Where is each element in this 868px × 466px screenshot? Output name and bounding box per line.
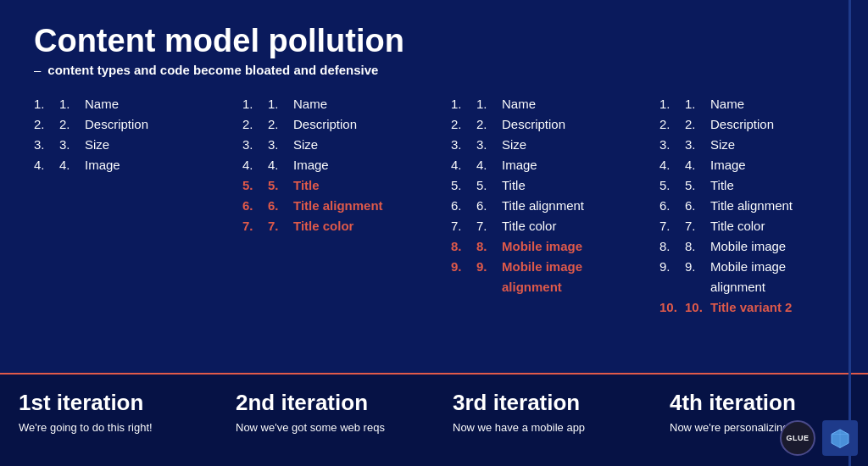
column-col1: 1.Name2.Description3.Size4.Image [17, 94, 225, 318]
list-item: 3.Size [34, 135, 209, 155]
item-number: 1. [685, 94, 704, 114]
column-col4: 1.Name2.Description3.Size4.Image5.Title6… [643, 94, 851, 318]
item-number: 6. [476, 196, 495, 216]
item-text: Name [293, 94, 327, 114]
item-number: 5. [476, 175, 495, 196]
item-text: Title variant 2 [710, 297, 792, 318]
item-number: 9. [685, 257, 704, 277]
item-number: 2. [476, 114, 495, 135]
item-text: Size [85, 135, 109, 155]
list-item: 4.Image [659, 155, 834, 175]
list-item: 1.Name [34, 94, 209, 114]
list-item: 7.Title color [451, 216, 626, 236]
logo-area: GLUE [780, 420, 858, 456]
item-text: Name [710, 94, 744, 114]
item-number: 5. [685, 175, 704, 196]
list-item: 3.Size [451, 135, 626, 155]
list-item: 1.Name [242, 94, 417, 114]
list-item: 1.Name [659, 94, 834, 114]
item-text: Mobile image alignment [502, 257, 626, 297]
list-item: 9.Mobile image alignment [451, 257, 626, 297]
iteration-title: 1st iteration [19, 390, 198, 416]
list-item: 7.Title color [659, 216, 834, 236]
item-text: Image [85, 155, 120, 175]
item-text: Name [85, 94, 119, 114]
item-text: Mobile image [710, 236, 786, 257]
cube-icon [828, 426, 852, 450]
item-text: Size [293, 135, 318, 155]
item-number: 2. [59, 114, 78, 135]
item-number: 4. [268, 155, 287, 175]
list-item: 6.Title alignment [451, 196, 626, 216]
list-item: 5.Title [451, 175, 626, 196]
main-title: Content model pollution [34, 24, 834, 59]
item-number: 3. [685, 135, 704, 155]
item-text: Image [502, 155, 537, 175]
item-text: Description [502, 114, 565, 135]
item-text: Title [710, 175, 734, 196]
item-text: Image [710, 155, 746, 175]
item-number: 7. [268, 216, 287, 236]
iteration-title: 2nd iteration [236, 390, 415, 416]
column-col2: 1.Name2.Description3.Size4.Image5.Title6… [225, 94, 434, 318]
item-text: Description [710, 114, 774, 135]
footer-column-1: 1st iterationWe're going to do this righ… [0, 373, 217, 466]
item-text: Title color [710, 216, 765, 236]
list-item: 2.Description [451, 114, 626, 135]
columns-container: 1.Name2.Description3.Size4.Image1.Name2.… [0, 94, 868, 318]
item-text: Description [293, 114, 357, 135]
item-number: 4. [476, 155, 495, 175]
list-item: 1.Name [451, 94, 626, 114]
item-text: Title color [502, 216, 556, 236]
list-item: 5.Title [242, 175, 417, 196]
item-number: 3. [268, 135, 287, 155]
item-text: Size [502, 135, 526, 155]
item-number: 10. [685, 297, 704, 318]
list-item: 10.Title variant 2 [659, 297, 834, 318]
iteration-description: We're going to do this right! [19, 421, 198, 434]
item-number: 7. [476, 216, 495, 236]
header: Content model pollution content types an… [0, 0, 868, 94]
item-number: 1. [59, 94, 78, 114]
iteration-description: Now we have a mobile app [453, 421, 632, 434]
list-item: 6.Title alignment [242, 196, 417, 216]
list-item: 3.Size [242, 135, 417, 155]
item-number: 6. [685, 196, 704, 216]
list-item: 4.Image [451, 155, 626, 175]
item-text: Title [293, 175, 320, 196]
list-item: 4.Image [242, 155, 417, 175]
iteration-title: 3rd iteration [453, 390, 632, 416]
list-item: 8.Mobile image [659, 236, 834, 257]
item-text: Mobile image alignment [710, 257, 834, 297]
item-number: 8. [476, 236, 495, 257]
footer-container: 1st iterationWe're going to do this righ… [0, 373, 868, 466]
item-text: Title [502, 175, 526, 196]
item-number: 2. [685, 114, 704, 135]
item-text: Size [710, 135, 735, 155]
column-col3: 1.Name2.Description3.Size4.Image5.Title6… [434, 94, 643, 318]
item-number: 6. [268, 196, 287, 216]
item-text: Title alignment [502, 196, 584, 216]
list-item: 4.Image [34, 155, 209, 175]
item-number: 4. [59, 155, 78, 175]
item-number: 4. [685, 155, 704, 175]
list-item: 6.Title alignment [659, 196, 834, 216]
list-item: 3.Size [659, 135, 834, 155]
item-number: 3. [59, 135, 78, 155]
divider-line [849, 0, 851, 466]
cube-logo [822, 420, 858, 456]
item-number: 1. [268, 94, 287, 114]
item-number: 3. [476, 135, 495, 155]
item-text: Title color [293, 216, 353, 236]
item-text: Image [293, 155, 329, 175]
item-text: Title alignment [293, 196, 383, 216]
list-item: 2.Description [242, 114, 417, 135]
item-text: Description [85, 114, 148, 135]
list-item: 9.Mobile image alignment [659, 257, 834, 297]
item-text: Name [502, 94, 536, 114]
item-number: 1. [476, 94, 495, 114]
footer-column-2: 2nd iterationNow we've got some web reqs [217, 373, 434, 466]
iteration-title: 4th iteration [670, 390, 849, 416]
item-text: Title alignment [710, 196, 793, 216]
list-item: 2.Description [659, 114, 834, 135]
